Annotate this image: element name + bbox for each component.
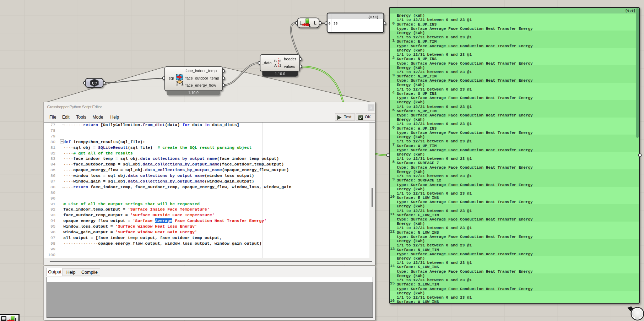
svg-text:8: 8 [280, 59, 282, 63]
svg-text:B: B [274, 59, 277, 63]
svg-text:38: 38 [334, 22, 338, 26]
svg-text:0: 0 [329, 22, 331, 26]
svg-text:face_outdoor_temp: face_outdoor_temp [185, 76, 219, 80]
svg-text:C:/: C:/ [92, 81, 97, 85]
svg-text:face_energy_flow: face_energy_flow [185, 83, 216, 87]
svg-text:header: header [284, 57, 296, 61]
svg-text:L: L [300, 21, 302, 26]
svg-text:2: 2 [280, 63, 282, 67]
svg-text:_data: _data [261, 61, 272, 65]
svg-text:values: values [284, 64, 295, 69]
svg-text:_sql: _sql [166, 76, 174, 80]
svg-text:{0;0}: {0;0} [368, 15, 379, 19]
svg-text:A: A [274, 63, 277, 67]
svg-text:face_indoor_temp: face_indoor_temp [185, 69, 217, 73]
svg-text:L: L [309, 23, 312, 28]
svg-text:1.10.0: 1.10.0 [188, 91, 199, 95]
svg-text:L: L [314, 21, 316, 26]
svg-text:1.10.0: 1.10.0 [275, 72, 285, 76]
